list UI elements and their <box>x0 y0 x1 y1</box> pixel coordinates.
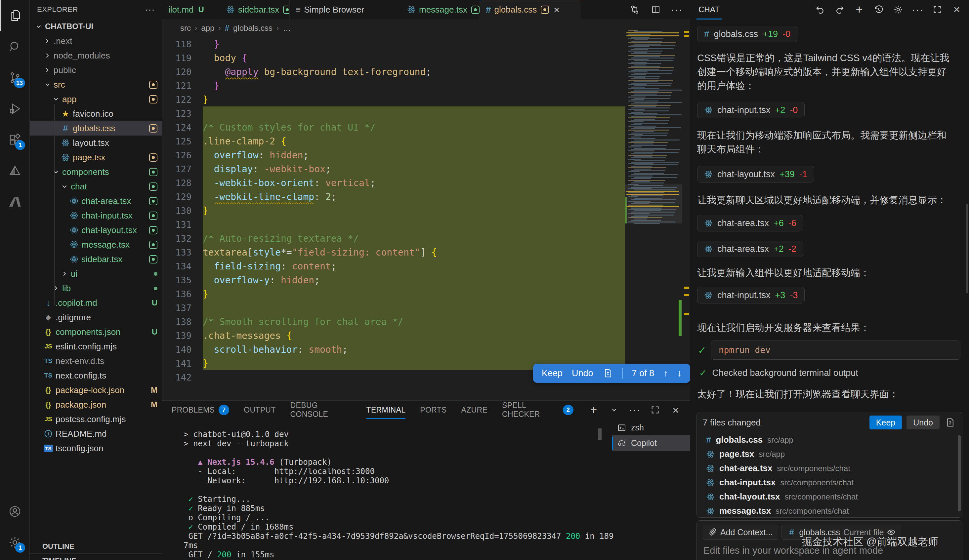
minimap[interactable] <box>625 30 682 397</box>
tree-item-globals.css[interactable]: #globals.css <box>30 121 162 136</box>
tree-item-components[interactable]: components <box>30 165 162 179</box>
tree-item-ui[interactable]: ui <box>30 266 162 281</box>
undo-icon[interactable] <box>814 4 826 15</box>
tree-item-components.json[interactable]: {}components.jsonU <box>30 325 162 339</box>
tab-message.tsx[interactable]: message.tsx <box>401 0 480 19</box>
tree-item-chat-area.tsx[interactable]: chat-area.tsx <box>30 194 162 208</box>
activity-extensions[interactable]: 1 <box>0 124 30 155</box>
new-chat-icon[interactable]: + <box>854 4 865 15</box>
tree-item-postcss.config.mjs[interactable]: JSpostcss.config.mjs <box>30 412 162 427</box>
tree-item-eslint.config.mjs[interactable]: JSeslint.config.mjs <box>30 339 162 354</box>
file-change-chip[interactable]: chat-input.tsx+3-3 <box>697 287 805 304</box>
more-actions-icon[interactable]: ··· <box>671 4 683 15</box>
outline-section[interactable]: OUTLINE <box>30 539 162 553</box>
breadcrumb-item[interactable]: … <box>283 23 291 33</box>
activity-accounts[interactable] <box>0 496 30 527</box>
chat-scrollbar[interactable] <box>966 204 968 293</box>
undo-all-button[interactable]: Undo <box>906 415 939 429</box>
panel-tab-azure[interactable]: AZURE <box>461 400 488 419</box>
eye-icon[interactable] <box>887 528 896 537</box>
tree-item-chat-layout.tsx[interactable]: chat-layout.tsx <box>30 223 162 238</box>
terminal-list-item-zsh[interactable]: zsh <box>612 420 690 435</box>
redo-icon[interactable] <box>834 4 845 15</box>
terminal-dropdown-icon[interactable] <box>609 404 620 415</box>
tree-item-tsconfig.json[interactable]: TStsconfig.json <box>30 441 162 455</box>
tab-globals.css[interactable]: #globals.css× <box>480 0 581 19</box>
tree-item-package.json[interactable]: {}package.jsonM <box>30 397 162 412</box>
explorer-more-actions-icon[interactable]: ··· <box>145 4 155 15</box>
panel-tab-ports[interactable]: PORTS <box>420 400 446 419</box>
code-editor[interactable]: 118 }119 body {120 @apply bg-background … <box>162 37 625 400</box>
activity-triangle-tool[interactable] <box>0 155 30 186</box>
split-editor-icon[interactable] <box>650 4 661 15</box>
tree-item-page.tsx[interactable]: page.tsx <box>30 150 162 165</box>
tree-item-package-lock.json[interactable]: {}package-lock.jsonM <box>30 383 162 397</box>
previous-edit-icon[interactable]: ↑ <box>663 368 668 379</box>
tree-item-public[interactable]: public <box>30 63 162 77</box>
changed-file-row[interactable]: message.tsxsrc/components/chat <box>697 504 962 518</box>
tree-item-layout.tsx[interactable]: layout.tsx <box>30 136 162 150</box>
close-panel-icon[interactable]: × <box>670 404 681 415</box>
close-icon[interactable]: × <box>951 4 962 15</box>
tree-item-next-env.d.ts[interactable]: TSnext-env.d.ts <box>30 354 162 368</box>
panel-tab-output[interactable]: OUTPUT <box>244 400 275 419</box>
panel-tab-debug-console[interactable]: DEBUG CONSOLE <box>290 400 352 419</box>
files-scrollbar[interactable] <box>958 435 961 512</box>
expand-icon[interactable] <box>932 4 943 15</box>
more-actions-icon[interactable]: ··· <box>912 4 923 15</box>
file-change-chip[interactable]: chat-area.tsx+2-2 <box>697 241 803 257</box>
tree-item-chat-input.tsx[interactable]: chat-input.tsx <box>30 208 162 223</box>
breadcrumb-item[interactable]: globals.css <box>233 23 273 33</box>
new-terminal-icon[interactable]: + <box>588 404 599 415</box>
chat-tab[interactable]: CHAT <box>696 0 722 19</box>
chat-input-card[interactable]: Add Context...#globals.cssCurrent fileEd… <box>696 520 962 560</box>
tree-item-.copilot.md[interactable]: ↓.copilot.mdU <box>30 296 162 310</box>
changed-file-row[interactable]: chat-area.tsxsrc/components/chat <box>697 461 962 475</box>
tab-ilot.md[interactable]: ilot.mdU <box>162 0 220 19</box>
tree-item-node-modules[interactable]: node_modules <box>30 48 162 63</box>
changed-file-row[interactable]: #globals.csssrc/app <box>697 433 962 447</box>
tree-item-app[interactable]: app <box>30 92 162 106</box>
breadcrumb-item[interactable]: src <box>180 23 191 33</box>
panel-tab-problems[interactable]: PROBLEMS7 <box>171 400 229 419</box>
add-context-chip[interactable]: Add Context... <box>703 525 778 540</box>
tree-item-.gitignore[interactable]: ◆.gitignore <box>30 310 162 325</box>
activity-manage[interactable]: 1 <box>0 527 30 558</box>
file-change-chip[interactable]: chat-area.tsx+6-6 <box>697 215 803 231</box>
activity-azure[interactable] <box>0 186 30 218</box>
undo-button[interactable]: Undo <box>572 368 593 379</box>
panel-tab-terminal[interactable]: TERMINAL <box>366 400 406 419</box>
activity-search[interactable] <box>0 31 30 62</box>
diff-file-icon[interactable] <box>944 417 956 429</box>
tree-item-lib[interactable]: lib <box>30 281 162 296</box>
tab-sidebar.tsx[interactable]: sidebar.tsx <box>220 0 290 19</box>
terminal-output[interactable]: > chatbot-ui@0.1.0 dev> next dev --turbo… <box>183 430 613 559</box>
changed-file-row[interactable]: chat-layout.tsxsrc/components/chat <box>697 490 962 504</box>
chat-input-placeholder[interactable]: Edit files in your workspace in agent mo… <box>697 540 962 556</box>
keep-button[interactable]: Keep <box>542 368 563 379</box>
terminal-scrollbar[interactable] <box>598 429 601 440</box>
tab-Simple-Browser[interactable]: ≡Simple Browser <box>290 0 401 19</box>
terminal-command-box[interactable]: npm run dev <box>711 341 961 360</box>
tree-item-sidebar.tsx[interactable]: sidebar.tsx <box>30 252 162 266</box>
file-change-chip[interactable]: chat-layout.tsx+39-1 <box>697 166 814 183</box>
changed-file-row[interactable]: chat-input.tsxsrc/components/chat <box>697 475 962 490</box>
breadcrumb[interactable]: src›app›#globals.css›… <box>162 19 690 37</box>
tree-item-chat[interactable]: chat <box>30 179 162 194</box>
tree-item-README.md[interactable]: README.md <box>30 427 162 441</box>
tree-root-chatbot-ui[interactable]: CHATBOT-UI <box>30 19 162 34</box>
next-edit-icon[interactable]: ↓ <box>677 368 682 379</box>
terminal-list-item-copilot[interactable]: Copilot <box>612 435 690 451</box>
activity-source-control[interactable]: 13 <box>0 62 30 93</box>
timeline-section[interactable]: TIMELINE <box>30 553 162 560</box>
tree-item-next.config.ts[interactable]: TSnext.config.ts <box>30 368 162 383</box>
settings-icon[interactable] <box>892 4 904 15</box>
more-actions-icon[interactable]: ··· <box>629 404 640 415</box>
tree-item-favicon.ico[interactable]: ★favicon.ico <box>30 106 162 121</box>
tree-item-.next[interactable]: .next <box>30 34 162 48</box>
diff-file-icon[interactable] <box>603 368 613 379</box>
history-icon[interactable] <box>873 4 884 15</box>
open-changes-icon[interactable] <box>629 4 640 15</box>
activity-run-and-debug[interactable] <box>0 93 30 124</box>
close-icon[interactable]: × <box>554 4 559 15</box>
